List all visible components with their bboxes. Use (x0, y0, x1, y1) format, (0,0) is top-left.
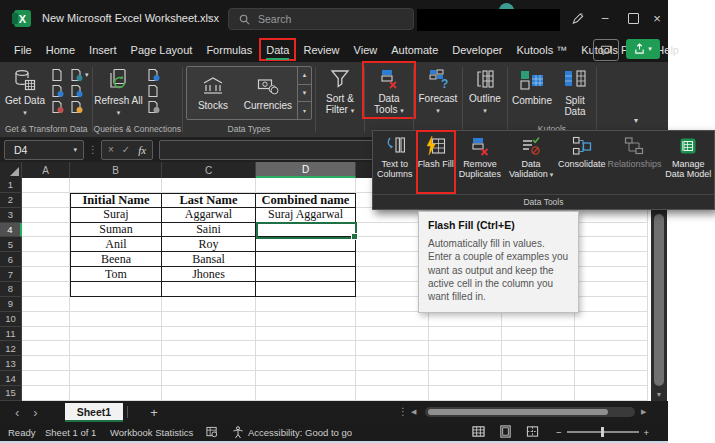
cell-B4[interactable]: Suman (70, 223, 162, 238)
display-settings-icon[interactable] (206, 423, 218, 441)
from-table-icon[interactable] (50, 100, 65, 114)
fill-handle[interactable] (351, 233, 358, 240)
ribbon-tab-developer[interactable]: Developer (446, 39, 508, 60)
cell-A1[interactable] (22, 178, 70, 193)
menu-item-flash-fill[interactable]: Flash Fill (417, 131, 455, 193)
cell-D9[interactable] (256, 297, 356, 312)
sort-filter-button[interactable]: Sort & Filter ▾ (317, 65, 363, 115)
forecast-button[interactable]: ? Forecast▾ (415, 65, 461, 115)
recent-sources-icon[interactable] (69, 84, 89, 98)
zoom-in-icon[interactable]: + (644, 427, 650, 438)
cell-D5[interactable] (256, 237, 356, 252)
row-header-3[interactable]: 3 (0, 208, 22, 223)
cell-C13[interactable] (162, 356, 256, 371)
combine-button[interactable]: Combine (509, 65, 555, 106)
cell-E11[interactable] (356, 327, 429, 342)
cell-H12[interactable] (575, 341, 648, 356)
row-header-14[interactable]: 14 (0, 371, 22, 386)
ribbon-tab-insert[interactable]: Insert (83, 39, 123, 60)
cell-H4[interactable] (575, 223, 648, 238)
cell-E14[interactable] (356, 371, 429, 386)
ribbon-tab-view[interactable]: View (348, 39, 384, 60)
cell-B9[interactable] (70, 297, 162, 312)
cell-C12[interactable] (162, 341, 256, 356)
cell-B7[interactable]: Tom (70, 267, 162, 282)
cell-H9[interactable] (575, 297, 648, 312)
menu-item-consolidate[interactable]: Consolidate (557, 131, 607, 193)
cancel-entry-icon[interactable]: × (108, 144, 114, 155)
cell-A9[interactable] (22, 297, 70, 312)
page-break-view-icon[interactable] (526, 425, 539, 438)
normal-view-icon[interactable] (472, 425, 485, 438)
cell-F13[interactable] (429, 356, 502, 371)
cell-E13[interactable] (356, 356, 429, 371)
cell-C5[interactable]: Roy (162, 237, 256, 252)
menu-item-data-validation[interactable]: Data Validation ▾ (505, 131, 557, 193)
scroll-left-icon[interactable]: ◀ (411, 408, 416, 416)
ribbon-tab-page-layout[interactable]: Page Layout (125, 39, 199, 60)
column-header-A[interactable]: A (22, 162, 70, 178)
insert-function-icon[interactable]: fx (138, 144, 146, 156)
cell-H10[interactable] (575, 312, 648, 327)
share-button[interactable]: ▾ (626, 39, 660, 59)
ribbon-tab-kutools[interactable]: Kutools ™ (510, 39, 573, 60)
cell-F10[interactable] (429, 312, 502, 327)
from-picture-icon[interactable]: ▾ (69, 68, 89, 82)
cell-B10[interactable] (70, 312, 162, 327)
cell-H6[interactable] (575, 252, 648, 267)
cell-D10[interactable] (256, 312, 356, 327)
horizontal-scrollbar-thumb[interactable] (428, 409, 608, 415)
ribbon-collapse-chevron-icon[interactable]: ▾ (634, 116, 638, 125)
name-box-chevron-icon[interactable]: ▾ (73, 146, 77, 154)
ribbon-tab-review[interactable]: Review (297, 39, 345, 60)
scroll-down-icon[interactable]: ▼ (651, 391, 667, 398)
cell-E10[interactable] (356, 312, 429, 327)
search-input[interactable]: Search (228, 8, 414, 30)
cell-G10[interactable] (502, 312, 575, 327)
minimize-button[interactable]: – (592, 0, 618, 36)
cell-C9[interactable] (162, 297, 256, 312)
accessibility-status[interactable]: Accessibility: Good to go (248, 423, 352, 441)
close-button[interactable]: × (644, 0, 670, 36)
formula-bar-grip-icon[interactable]: ⋮ (88, 144, 97, 155)
cell-B1[interactable] (70, 178, 162, 193)
column-header-D[interactable]: D (256, 162, 356, 178)
selected-cell-outline[interactable] (256, 222, 357, 239)
cell-F12[interactable] (429, 341, 502, 356)
cell-B6[interactable]: Beena (70, 252, 162, 267)
next-sheet-icon[interactable]: › (33, 406, 37, 419)
row-header-10[interactable]: 10 (0, 312, 22, 327)
stocks-button[interactable]: Stocks (187, 67, 239, 119)
split-data-button[interactable]: Split Data (555, 65, 595, 117)
add-sheet-button[interactable]: + (150, 405, 158, 420)
cell-H15[interactable] (575, 386, 648, 401)
select-all-corner[interactable] (0, 162, 22, 178)
row-header-13[interactable]: 13 (0, 356, 22, 371)
row-header-9[interactable]: 9 (0, 297, 22, 312)
gallery-up-button[interactable]: ▲ (298, 67, 311, 85)
cell-C14[interactable] (162, 371, 256, 386)
outline-button[interactable]: Outline▾ (464, 65, 506, 115)
gallery-more-button[interactable]: ▾ (298, 102, 311, 119)
row-header-11[interactable]: 11 (0, 327, 22, 342)
cell-D12[interactable] (256, 341, 356, 356)
cell-E15[interactable] (356, 386, 429, 401)
from-web-icon[interactable] (50, 84, 65, 98)
cell-C7[interactable]: Jhones (162, 267, 256, 282)
ribbon-tab-data[interactable]: Data (260, 39, 295, 60)
cell-G14[interactable] (502, 371, 575, 386)
row-header-15[interactable]: 15 (0, 386, 22, 401)
vertical-scrollbar-thumb[interactable] (654, 214, 664, 386)
prev-sheet-icon[interactable]: ‹ (15, 406, 19, 419)
cell-D8[interactable] (256, 282, 356, 297)
cell-D3[interactable]: Suraj Aggarwal (256, 208, 356, 223)
column-header-C[interactable]: C (162, 162, 256, 178)
cell-A14[interactable] (22, 371, 70, 386)
from-text-icon[interactable] (50, 68, 65, 82)
cell-C10[interactable] (162, 312, 256, 327)
horizontal-scrollbar[interactable] (425, 407, 635, 417)
cell-D6[interactable] (256, 252, 356, 267)
cell-B15[interactable] (70, 386, 162, 401)
gallery-down-button[interactable]: ▼ (298, 85, 311, 103)
cell-G15[interactable] (502, 386, 575, 401)
